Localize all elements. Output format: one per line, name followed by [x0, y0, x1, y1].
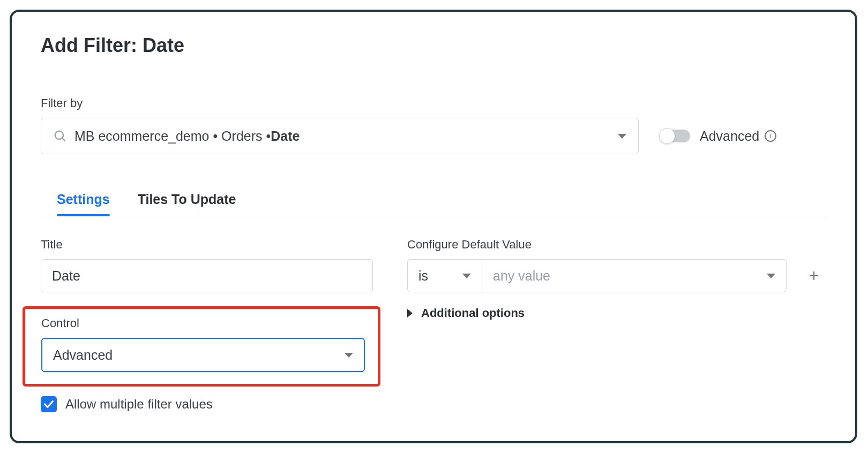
tab-tiles-to-update[interactable]: Tiles To Update [138, 192, 236, 216]
settings-panel: Title Control Advanced Allow multiple fi… [41, 238, 826, 412]
tab-settings[interactable]: Settings [57, 192, 110, 216]
caret-right-icon [407, 309, 413, 317]
svg-point-0 [55, 131, 63, 139]
default-value-label: Configure Default Value [407, 238, 826, 252]
title-input[interactable] [41, 259, 373, 292]
dialog-title: Add Filter: Date [41, 34, 826, 57]
value-select[interactable]: any value [482, 259, 787, 292]
search-icon [53, 129, 67, 143]
filter-by-value: MB ecommerce_demo • Orders • Date [74, 128, 300, 144]
operator-select[interactable]: is [407, 259, 482, 292]
chevron-down-icon [618, 134, 626, 139]
chevron-down-icon [462, 274, 471, 278]
additional-options-toggle[interactable]: Additional options [407, 306, 826, 320]
allow-multiple-checkbox[interactable] [41, 396, 57, 412]
title-label: Title [41, 238, 373, 252]
advanced-toggle-label: Advanced i [700, 128, 776, 144]
allow-multiple-row: Allow multiple filter values [41, 396, 373, 412]
toggle-knob [659, 128, 675, 144]
advanced-toggle[interactable] [660, 130, 690, 142]
filter-by-section: Filter by MB ecommerce_demo • Orders • D… [41, 96, 826, 154]
advanced-toggle-group: Advanced i [660, 128, 776, 144]
add-filter-dialog: Add Filter: Date Filter by MB ecommerce_… [10, 10, 857, 443]
filter-by-row: MB ecommerce_demo • Orders • Date Advanc… [41, 118, 826, 154]
default-value-row: is any value [407, 259, 826, 292]
settings-left-column: Title Control Advanced Allow multiple fi… [41, 238, 373, 412]
filter-by-select[interactable]: MB ecommerce_demo • Orders • Date [41, 118, 639, 154]
control-select[interactable]: Advanced [41, 338, 365, 372]
check-icon [43, 398, 55, 410]
control-label: Control [41, 316, 365, 330]
control-highlight: Control Advanced [23, 306, 380, 387]
add-condition-button[interactable] [802, 263, 826, 288]
svg-line-1 [62, 138, 65, 141]
settings-right-column: Configure Default Value is any value [407, 238, 826, 320]
info-icon[interactable]: i [765, 130, 776, 142]
tabs: Settings Tiles To Update [41, 192, 826, 216]
title-field-group: Title [41, 238, 373, 292]
chevron-down-icon [767, 274, 775, 278]
chevron-down-icon [345, 353, 353, 358]
filter-by-label: Filter by [41, 96, 826, 110]
plus-icon [807, 269, 820, 282]
allow-multiple-label: Allow multiple filter values [65, 397, 213, 412]
